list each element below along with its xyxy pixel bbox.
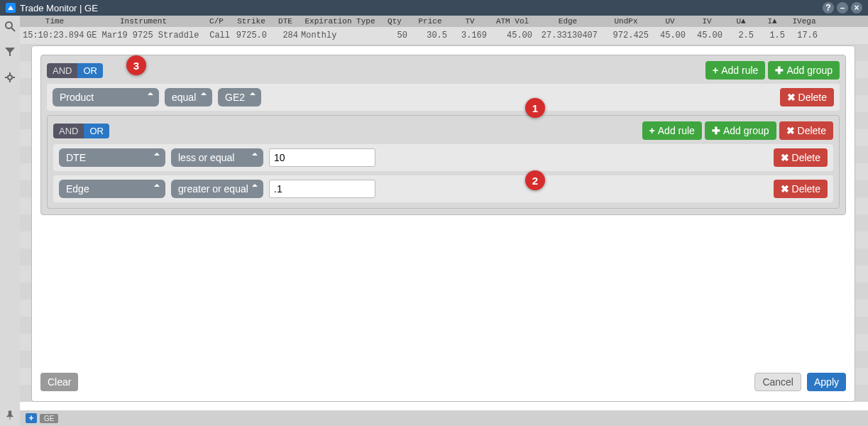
root-add-rule-button[interactable]: +Add rule bbox=[705, 61, 765, 80]
dialog-footer: Clear Cancel Apply bbox=[32, 366, 855, 401]
titlebar: Trade Monitor | GE ? – × bbox=[0, 0, 868, 16]
minimize-icon[interactable]: – bbox=[837, 2, 848, 13]
search-icon[interactable] bbox=[4, 20, 16, 33]
close-icon[interactable]: × bbox=[851, 2, 862, 13]
sub-delete-group-button[interactable]: ✖Delete bbox=[779, 121, 833, 140]
root-add-group-button[interactable]: ✚Add group bbox=[768, 61, 840, 80]
callout-3: 3 bbox=[126, 55, 146, 75]
rule2-delete-button[interactable]: ✖Delete bbox=[774, 148, 828, 167]
svg-line-1 bbox=[11, 28, 15, 31]
rule1-operator-select[interactable]: equal bbox=[165, 88, 212, 106]
dialog-backdrop: AND OR +Add rule ✚Add group Product equa… bbox=[20, 16, 868, 410]
plus-circle-icon: ✚ bbox=[775, 65, 784, 76]
plus-icon: + bbox=[649, 125, 655, 136]
plus-circle-icon: ✚ bbox=[712, 125, 720, 136]
apply-button[interactable]: Apply bbox=[807, 373, 846, 391]
bottom-tab-strip: + GE bbox=[20, 410, 868, 426]
sub-andor-toggle[interactable]: AND OR bbox=[53, 124, 109, 138]
rule2-field-select[interactable]: DTE bbox=[59, 148, 165, 167]
callout-2: 2 bbox=[525, 170, 545, 190]
root-group: AND OR +Add rule ✚Add group Product equa… bbox=[40, 55, 846, 215]
rule1-field-select[interactable]: Product bbox=[53, 88, 159, 106]
rule-product: Product equal GE2 ✖Delete bbox=[47, 84, 840, 111]
cancel-button[interactable]: Cancel bbox=[754, 373, 801, 391]
rule2-operator-select[interactable]: less or equal bbox=[171, 148, 263, 167]
app-logo-icon bbox=[6, 3, 16, 13]
rule3-delete-button[interactable]: ✖Delete bbox=[774, 180, 828, 198]
rule1-delete-button[interactable]: ✖Delete bbox=[780, 88, 834, 106]
rule-dte: DTE less or equal ✖Delete bbox=[53, 144, 833, 171]
root-and-option[interactable]: AND bbox=[47, 63, 77, 78]
root-or-option[interactable]: OR bbox=[77, 63, 103, 78]
add-tab-button[interactable]: + bbox=[26, 413, 37, 423]
svg-point-0 bbox=[6, 22, 12, 28]
sub-add-group-button[interactable]: ✚Add group bbox=[705, 121, 776, 140]
pin-icon[interactable] bbox=[4, 409, 16, 422]
sub-or-option[interactable]: OR bbox=[84, 124, 109, 138]
filter-icon[interactable] bbox=[4, 45, 16, 58]
x-icon: ✖ bbox=[781, 152, 789, 163]
sub-and-option[interactable]: AND bbox=[53, 124, 84, 138]
filter-dialog: AND OR +Add rule ✚Add group Product equa… bbox=[31, 45, 855, 402]
window-title: Trade Monitor | GE bbox=[20, 3, 98, 13]
sub-group: AND OR +Add rule ✚Add group ✖Delete DTE … bbox=[47, 115, 840, 209]
x-icon: ✖ bbox=[786, 125, 795, 136]
rule3-field-select[interactable]: Edge bbox=[59, 180, 165, 198]
rule2-value-input[interactable] bbox=[269, 148, 375, 167]
clear-button[interactable]: Clear bbox=[40, 373, 78, 391]
tab-ge[interactable]: GE bbox=[40, 414, 58, 423]
gear-icon[interactable] bbox=[4, 71, 16, 84]
rule3-operator-select[interactable]: greater or equal bbox=[171, 180, 263, 198]
x-icon: ✖ bbox=[787, 92, 796, 103]
sub-add-rule-button[interactable]: +Add rule bbox=[642, 121, 702, 140]
root-andor-toggle[interactable]: AND OR bbox=[47, 63, 103, 78]
svg-point-3 bbox=[8, 75, 12, 80]
x-icon: ✖ bbox=[781, 183, 789, 195]
rule1-value-select[interactable]: GE2 bbox=[218, 88, 261, 106]
plus-icon: + bbox=[713, 65, 718, 76]
rule3-value-input[interactable] bbox=[269, 180, 375, 198]
rule-edge: Edge greater or equal ✖Delete bbox=[53, 175, 833, 202]
left-icon-strip bbox=[0, 16, 20, 426]
svg-marker-2 bbox=[5, 48, 15, 56]
help-icon[interactable]: ? bbox=[823, 2, 834, 13]
callout-1: 1 bbox=[525, 98, 545, 118]
